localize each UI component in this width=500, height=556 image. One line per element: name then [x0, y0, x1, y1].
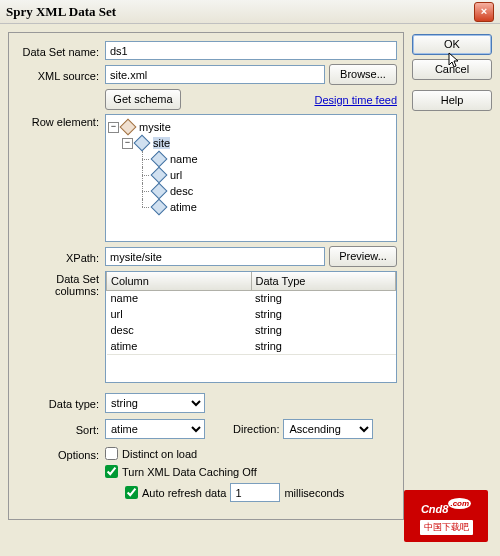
tree-connector: [136, 199, 150, 215]
tree-connector: [136, 151, 150, 167]
tree-node-leaf[interactable]: name: [108, 151, 394, 167]
xml-source-input[interactable]: [105, 65, 325, 84]
tree-label: atime: [170, 201, 197, 213]
element-icon: [151, 183, 168, 200]
distinct-checkbox[interactable]: [105, 447, 118, 460]
refresh-ms-input[interactable]: [230, 483, 280, 502]
direction-select[interactable]: Ascending: [283, 419, 373, 439]
milliseconds-label: milliseconds: [284, 487, 344, 499]
tree-node-child[interactable]: − site: [108, 135, 394, 151]
watermark-badge: Cnd8.com 中国下载吧: [404, 490, 488, 542]
distinct-label: Distinct on load: [122, 448, 197, 460]
ok-button[interactable]: OK: [412, 34, 492, 55]
element-icon: [151, 151, 168, 168]
tree-node-leaf[interactable]: url: [108, 167, 394, 183]
titlebar: Spry XML Data Set ×: [0, 0, 500, 24]
table-header-row: Column Data Type: [107, 272, 396, 290]
side-button-column: OK Cancel Help: [412, 32, 492, 520]
element-icon: [151, 167, 168, 184]
browse-button[interactable]: Browse...: [329, 64, 397, 85]
help-button[interactable]: Help: [412, 90, 492, 111]
form-panel: Data Set name: XML source: Browse... Get…: [8, 32, 404, 520]
tree-connector: [136, 167, 150, 183]
xml-tree[interactable]: − mysite − site name url: [105, 114, 397, 242]
data-type-select[interactable]: string: [105, 393, 205, 413]
collapse-icon[interactable]: −: [122, 138, 133, 149]
xml-source-label: XML source:: [15, 68, 101, 82]
auto-refresh-checkbox[interactable]: [125, 486, 138, 499]
columns-label: Data Set columns:: [15, 271, 101, 297]
table-row[interactable]: descstring: [107, 322, 396, 338]
collapse-icon[interactable]: −: [108, 122, 119, 133]
tree-node-root[interactable]: − mysite: [108, 119, 394, 135]
tree-label: name: [170, 153, 198, 165]
spacer: [15, 99, 101, 101]
data-type-label: Data type:: [15, 396, 101, 410]
preview-button[interactable]: Preview...: [329, 246, 397, 267]
auto-refresh-label: Auto refresh data: [142, 487, 226, 499]
tree-label: site: [153, 137, 170, 149]
col-header-datatype[interactable]: Data Type: [251, 272, 396, 290]
caching-label: Turn XML Data Caching Off: [122, 466, 257, 478]
tree-label: mysite: [139, 121, 171, 133]
tree-label: desc: [170, 185, 193, 197]
window-title: Spry XML Data Set: [6, 4, 474, 20]
table-row[interactable]: atimestring: [107, 338, 396, 354]
get-schema-button[interactable]: Get schema: [105, 89, 181, 110]
element-icon: [120, 119, 137, 136]
sort-select[interactable]: atime: [105, 419, 205, 439]
tree-connector: [136, 183, 150, 199]
xpath-label: XPath:: [15, 250, 101, 264]
data-set-name-input[interactable]: [105, 41, 397, 60]
columns-table[interactable]: Column Data Type namestring urlstring de…: [105, 271, 397, 383]
dialog-body: Data Set name: XML source: Browse... Get…: [0, 24, 500, 528]
design-time-feed-link[interactable]: Design time feed: [314, 94, 397, 106]
element-icon: [151, 199, 168, 216]
close-button[interactable]: ×: [474, 2, 494, 22]
col-header-column[interactable]: Column: [107, 272, 252, 290]
row-element-label: Row element:: [15, 114, 101, 128]
direction-label: Direction:: [233, 423, 279, 435]
data-set-name-label: Data Set name:: [15, 44, 101, 58]
sort-label: Sort:: [15, 422, 101, 436]
element-icon: [134, 135, 151, 152]
table-row[interactable]: namestring: [107, 290, 396, 306]
options-label: Options:: [15, 447, 101, 461]
tree-node-leaf[interactable]: desc: [108, 183, 394, 199]
table-spacer: [107, 354, 396, 382]
table-row[interactable]: urlstring: [107, 306, 396, 322]
caching-checkbox[interactable]: [105, 465, 118, 478]
cancel-button[interactable]: Cancel: [412, 59, 492, 80]
tree-label: url: [170, 169, 182, 181]
xpath-input[interactable]: [105, 247, 325, 266]
tree-node-leaf[interactable]: atime: [108, 199, 394, 215]
